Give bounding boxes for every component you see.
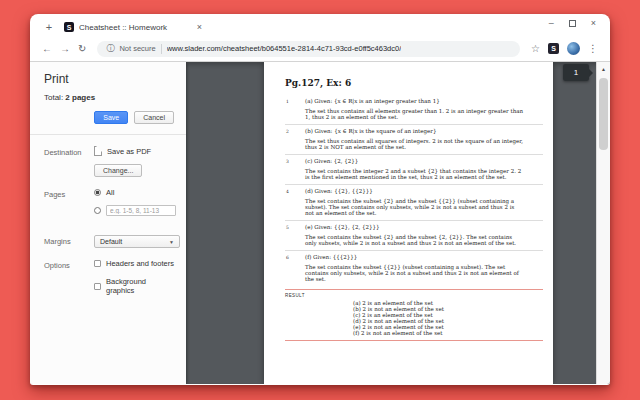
- reload-icon[interactable]: ↻: [78, 44, 86, 54]
- pdf-page-icon: [94, 146, 102, 156]
- pages-row: Pages All: [30, 177, 186, 224]
- browser-toolbar: ← → ↻ ⓘ Not secure www.slader.com/cheats…: [30, 36, 610, 62]
- total-label: Total:: [44, 93, 63, 102]
- item-given: (f) Given: {{{2}}}: [305, 254, 543, 260]
- radio-all-icon[interactable]: [94, 189, 101, 196]
- item-number: 4: [286, 189, 289, 194]
- minimize-icon[interactable]: –: [549, 19, 554, 28]
- item-given: (b) Given: {x ∈ R|x is the square of an …: [305, 128, 543, 134]
- content-area: Print Total: 2 pages Save Cancel Destina…: [30, 62, 610, 384]
- margins-row: Margins Default ▼: [30, 224, 186, 248]
- print-dialog-header: Print Total: 2 pages Save Cancel: [30, 62, 186, 124]
- pages-all-label: All: [106, 188, 114, 197]
- info-icon[interactable]: ⓘ: [106, 43, 114, 54]
- slader-favicon-icon: S: [64, 22, 74, 32]
- destination-row: Destination Save as PDF Change...: [30, 135, 186, 177]
- preview-scrollbar[interactable]: ▲: [596, 62, 610, 384]
- exercise-item: 3 (c) Given: {2, {2}} The set contains t…: [285, 154, 543, 184]
- item-explanation: The set contains the subset {2} and the …: [305, 198, 525, 216]
- margins-value: Default: [100, 238, 122, 245]
- new-tab-button[interactable]: +: [42, 21, 56, 33]
- item-given: (e) Given: {{2}, {2, {2}}}: [305, 224, 543, 230]
- browser-menu-icon[interactable]: ⋮: [588, 43, 598, 54]
- security-label: Not secure: [119, 44, 155, 53]
- item-explanation: The set thus contains all squares of int…: [305, 138, 525, 150]
- item-number: 5: [286, 225, 289, 230]
- tab-close-icon[interactable]: ×: [195, 22, 204, 32]
- result-line: (f) 2 is not an element of the set: [353, 330, 543, 336]
- forward-icon[interactable]: →: [60, 44, 70, 54]
- destination-value: Save as PDF: [94, 146, 174, 156]
- print-preview-area: Pg.127, Ex: 6 1 (a) Given: {x ∈ R|x is a…: [186, 62, 610, 384]
- item-given: (d) Given: {{2}, {{2}}}: [305, 188, 543, 194]
- profile-avatar[interactable]: [567, 42, 580, 55]
- options-row: Options Headers and footers Background g…: [30, 248, 186, 304]
- dialog-buttons: Save Cancel: [44, 111, 174, 124]
- window-controls: – ×: [549, 19, 596, 28]
- item-explanation: The set contains the integer 2 and a sub…: [305, 168, 525, 180]
- address-bar[interactable]: ⓘ Not secure www.slader.com/cheatsheet/b…: [97, 41, 520, 57]
- total-pages: Total: 2 pages: [44, 93, 174, 102]
- window-close-icon[interactable]: ×: [591, 19, 596, 28]
- url-text[interactable]: www.slader.com/cheatsheet/b064551e-2814-…: [167, 44, 402, 53]
- result-label: RESULT: [285, 293, 543, 298]
- item-number: 2: [286, 129, 289, 134]
- background-graphics-option[interactable]: Background graphics: [94, 277, 174, 295]
- extension-icon[interactable]: S: [548, 43, 559, 54]
- page-number-badge: 1: [563, 64, 589, 81]
- scrollbar-thumb[interactable]: [599, 78, 608, 150]
- item-explanation: The set contains the subset {2} and the …: [305, 234, 525, 246]
- print-dialog: Print Total: 2 pages Save Cancel Destina…: [30, 62, 186, 384]
- item-number: 6: [286, 255, 289, 260]
- exercise-item: 6 (f) Given: {{{2}}} The set contains th…: [285, 250, 543, 286]
- item-number: 1: [286, 99, 289, 104]
- margins-select[interactable]: Default ▼: [94, 235, 180, 248]
- browser-window: + S Cheatsheet :: Homework × – × ← → ↻ ⓘ…: [30, 14, 610, 385]
- headers-footers-option[interactable]: Headers and footers: [94, 259, 174, 268]
- tab-title: Cheatsheet :: Homework: [79, 23, 190, 32]
- pages-custom-option[interactable]: [94, 205, 176, 216]
- save-button[interactable]: Save: [94, 111, 128, 124]
- tab-strip: + S Cheatsheet :: Homework × – ×: [30, 14, 610, 36]
- destination-text: Save as PDF: [107, 147, 151, 156]
- headers-footers-label: Headers and footers: [106, 259, 174, 268]
- page-range-input[interactable]: [106, 205, 176, 216]
- result-divider-top: [285, 289, 543, 290]
- print-title: Print: [44, 72, 174, 86]
- exercise-item: 5 (e) Given: {{2}, {2, {2}}} The set con…: [285, 220, 543, 250]
- options-label: Options: [44, 259, 94, 304]
- maximize-icon[interactable]: [569, 20, 576, 27]
- scroll-up-icon[interactable]: ▲: [597, 62, 610, 72]
- item-explanation: The set contains the subset {{2}} (subse…: [305, 264, 525, 282]
- headers-footers-checkbox[interactable]: [94, 260, 101, 267]
- background-graphics-checkbox[interactable]: [94, 283, 101, 290]
- result-list: (a) 2 is an element of the set (b) 2 is …: [353, 300, 543, 336]
- item-given: (c) Given: {2, {2}}: [305, 158, 543, 164]
- change-destination-button[interactable]: Change...: [94, 164, 142, 177]
- background-graphics-label: Background graphics: [106, 277, 174, 295]
- back-icon[interactable]: ←: [42, 44, 52, 54]
- bookmark-star-icon[interactable]: ☆: [531, 43, 540, 54]
- item-number: 3: [286, 159, 289, 164]
- pages-all-option[interactable]: All: [94, 188, 176, 197]
- pages-label: Pages: [44, 188, 94, 224]
- radio-custom-icon[interactable]: [94, 207, 101, 214]
- result-divider-bottom: [285, 340, 543, 341]
- document-page: Pg.127, Ex: 6 1 (a) Given: {x ∈ R|x is a…: [264, 62, 553, 384]
- cancel-button[interactable]: Cancel: [134, 111, 174, 124]
- total-value: 2 pages: [65, 93, 95, 102]
- document-title: Pg.127, Ex: 6: [285, 78, 543, 88]
- exercise-item: 1 (a) Given: {x ∈ R|x is an integer grea…: [285, 95, 543, 124]
- item-explanation: The set thus contains all elements great…: [305, 108, 525, 120]
- margins-label: Margins: [44, 235, 94, 248]
- browser-tab[interactable]: S Cheatsheet :: Homework ×: [64, 22, 204, 32]
- exercise-item: 2 (b) Given: {x ∈ R|x is the square of a…: [285, 124, 543, 154]
- destination-label: Destination: [44, 146, 94, 177]
- url-divider: [161, 44, 162, 54]
- item-given: (a) Given: {x ∈ R|x is an integer greate…: [305, 98, 543, 104]
- exercise-item: 4 (d) Given: {{2}, {{2}}} The set contai…: [285, 184, 543, 220]
- chevron-down-icon: ▼: [169, 239, 174, 245]
